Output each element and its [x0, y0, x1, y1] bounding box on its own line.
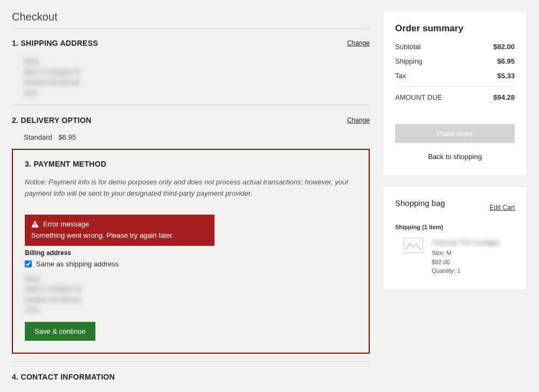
svg-rect-0 — [34, 223, 36, 225]
divider — [12, 29, 370, 29]
step-label: SHIPPING ADDRESS — [20, 39, 98, 47]
bag-item-info: Charcoal Trim Cardigan Size: M $82.00 Qu… — [432, 238, 500, 276]
delivery-summary: Standard $6.95 — [24, 133, 370, 141]
bag-item-price: $82.00 — [432, 258, 500, 267]
step-number: 1. — [12, 39, 18, 47]
divider — [395, 86, 515, 87]
divider — [12, 105, 370, 105]
summary-due-row: AMOUNT DUE $94.28 — [395, 93, 515, 101]
bag-item: Charcoal Trim Cardigan Size: M $82.00 Qu… — [395, 238, 515, 276]
warning-icon — [31, 221, 39, 228]
summary-tax-row: Tax $5.33 — [395, 72, 515, 80]
step-delivery: 2. DELIVERY OPTION Change Standard $6.95 — [12, 116, 370, 141]
error-body: Something went wrong. Please try again l… — [31, 231, 208, 239]
summary-shipping-row: Shipping $6.95 — [395, 57, 515, 65]
summary-value: $94.28 — [493, 93, 515, 101]
payment-notice: Notice: Payment info is for demo purpose… — [25, 177, 357, 200]
place-order-button-sidebar[interactable]: Place order — [395, 124, 515, 143]
back-to-shopping-link-sidebar[interactable]: Back to shopping — [428, 153, 482, 161]
summary-subtotal-row: Subtotal $82.00 — [395, 43, 515, 51]
step-number: 2. — [12, 116, 18, 125]
save-continue-button[interactable]: Save & continue — [25, 322, 95, 341]
step-label: PAYMENT METHOD — [33, 160, 106, 168]
same-as-shipping-checkbox[interactable] — [25, 260, 32, 267]
step-shipping-title: 1. SHIPPING ADDRESS — [12, 39, 98, 47]
svg-rect-1 — [34, 225, 36, 226]
bag-item-thumbnail — [404, 238, 423, 253]
step-label: CONTACT INFORMATION — [20, 373, 115, 381]
change-shipping-link[interactable]: Change — [347, 39, 370, 47]
divider — [12, 361, 370, 362]
shipping-address-text: Mary 3822 S Hidgate St Seattle WA 98144 … — [24, 56, 370, 98]
billing-address-label: Billing address — [25, 249, 357, 257]
step-label: DELIVERY OPTION — [20, 116, 91, 125]
step-contact: 4. CONTACT INFORMATION — [12, 373, 370, 381]
step-payment: 3. PAYMENT METHOD Notice: Payment info i… — [12, 149, 370, 354]
step-number: 3. — [25, 160, 31, 168]
step-number: 4. — [12, 373, 18, 381]
delivery-price: $6.95 — [58, 133, 76, 141]
bag-item-qty: Quantity: 1 — [432, 266, 500, 276]
summary-value: $6.95 — [497, 57, 515, 65]
error-message-box: Error message Something went wrong. Plea… — [25, 215, 215, 246]
bag-item-size: Size: M — [432, 249, 500, 258]
step-shipping: 1. SHIPPING ADDRESS Change Mary 3822 S H… — [12, 39, 370, 98]
step-delivery-title: 2. DELIVERY OPTION — [12, 116, 92, 125]
step-contact-title: 4. CONTACT INFORMATION — [12, 373, 115, 381]
delivery-option: Standard — [24, 133, 52, 141]
order-summary-panel: Order summary Subtotal $82.00 Shipping $… — [383, 11, 527, 175]
change-delivery-link[interactable]: Change — [347, 116, 370, 124]
page-title: Checkout — [12, 11, 370, 23]
summary-value: $82.00 — [493, 43, 515, 51]
summary-label: Shipping — [395, 57, 423, 65]
billing-address-text: Mary 3822 S Hidgate St Seattle WA 98144 … — [25, 273, 357, 315]
same-as-shipping-label: Same as shipping address — [36, 260, 119, 268]
error-title: Error message — [43, 220, 89, 228]
same-as-shipping-row[interactable]: Same as shipping address — [25, 260, 357, 268]
order-summary-title: Order summary — [395, 23, 515, 34]
bag-item-name: Charcoal Trim Cardigan — [432, 238, 500, 247]
summary-label: AMOUNT DUE — [395, 93, 442, 101]
summary-label: Subtotal — [395, 43, 421, 51]
shopping-bag-title: Shopping bag — [395, 198, 445, 208]
bag-shipping-label: Shipping (1 item) — [395, 224, 515, 230]
step-payment-title: 3. PAYMENT METHOD — [25, 160, 357, 168]
summary-value: $5.33 — [497, 72, 515, 80]
shopping-bag-panel: Shopping bag Edit Cart Shipping (1 item)… — [383, 186, 527, 290]
edit-cart-link[interactable]: Edit Cart — [489, 204, 515, 211]
summary-label: Tax — [395, 72, 406, 80]
